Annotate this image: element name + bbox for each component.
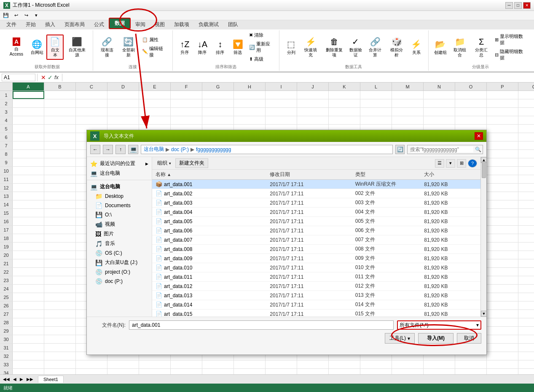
tab-review[interactable]: 审阅 [131,19,150,29]
cell-33-I[interactable] [266,360,297,368]
cell-8-P[interactable] [487,150,518,158]
cell-1-J[interactable] [297,91,329,99]
cell-6-A[interactable] [13,133,44,141]
cell-33-K[interactable] [329,360,360,368]
cell-4-C[interactable] [76,116,107,124]
cell-28-B[interactable] [44,318,76,326]
refresh-all-btn[interactable]: 🔄 全部刷新 [118,35,139,60]
cell-3-A[interactable] [13,108,44,116]
cell-2-A[interactable] [13,99,44,107]
tab-formula[interactable]: 公式 [89,19,109,29]
formula-input[interactable] [64,75,532,80]
cell-27-A[interactable] [13,310,44,318]
minimize-button[interactable]: ─ [505,2,513,9]
cell-18-A[interactable] [13,234,44,242]
file-row-1[interactable]: 📄art_data.0022017/1/7 17:11002 文件81,920 … [152,189,480,198]
cell-7-A[interactable] [13,141,44,149]
col-header-D[interactable]: D [107,83,139,91]
cell-6-P[interactable] [487,133,518,141]
view-list-btn[interactable]: ☰ [435,159,444,168]
cell-12-Q[interactable] [518,184,534,192]
nav-up-button[interactable]: ↑ [115,145,126,154]
cell-13-P[interactable] [487,192,518,200]
cell-21-B[interactable] [44,259,76,267]
edit-links-btn[interactable]: ✏️ 编辑链接 [140,45,169,59]
cell-12-B[interactable] [44,184,76,192]
cell-17-B[interactable] [44,226,76,234]
col-header-F[interactable]: F [171,83,202,91]
show-detail-btn[interactable]: ⊞ 显示明细数据 [493,32,529,47]
cell-27-Q[interactable] [518,310,534,318]
col-header-G[interactable]: G [202,83,234,91]
cell-31-P[interactable] [487,344,518,352]
cell-31-B[interactable] [44,344,76,352]
cell-3-B[interactable] [44,108,76,116]
cell-34-P[interactable] [487,369,518,374]
cell-29-B[interactable] [44,327,76,335]
cell-3-O[interactable] [455,108,487,116]
cell-25-B[interactable] [44,293,76,301]
nav-back-button[interactable]: ← [90,145,100,154]
sidebar-item-recent[interactable]: ⭐ 最近访问的位置 ▶ [87,159,152,168]
cell-16-Q[interactable] [518,217,534,225]
cell-34-B[interactable] [44,369,76,374]
cell-33-F[interactable] [171,360,202,368]
new-folder-button[interactable]: 新建文件夹 [175,158,208,168]
tab-team[interactable]: 团队 [223,19,243,29]
cell-34-A[interactable] [13,369,44,374]
cell-34-Q[interactable] [518,369,534,374]
cell-17-A[interactable] [13,226,44,234]
text-btn[interactable]: 📄 自文本 [46,35,64,60]
cell-26-P[interactable] [487,301,518,309]
cell-15-B[interactable] [44,209,76,217]
cell-34-J[interactable] [297,369,329,374]
cell-13-A[interactable] [13,192,44,200]
cell-8-B[interactable] [44,150,76,158]
cell-8-Q[interactable] [518,150,534,158]
split-btn[interactable]: ⬚ 分列 [283,35,300,60]
cell-1-K[interactable] [329,91,360,99]
tab-insert[interactable]: 插入 [40,19,60,29]
cell-28-P[interactable] [487,318,518,326]
col-header-J[interactable]: J [297,83,329,91]
cell-8-A[interactable] [13,150,44,158]
cell-11-A[interactable] [13,175,44,183]
cell-3-I[interactable] [266,108,297,116]
file-dialog[interactable]: X 导入文本文件 ✕ ← → ↑ 💻 这台电脑 ▶ doc (P:) ▶ fgg… [86,130,487,355]
cell-32-P[interactable] [487,352,518,360]
cell-2-F[interactable] [171,99,202,107]
cell-5-A[interactable] [13,125,44,133]
col-header-L[interactable]: L [360,83,392,91]
flash-fill-btn[interactable]: ⚡ 快速填充 [301,35,321,60]
file-row-2[interactable]: 📄art_data.0032017/1/7 17:11003 文件81,920 … [152,198,480,208]
sidebar-item-o2[interactable]: 💿 project (O:) [87,267,152,277]
cell-1-I[interactable] [266,91,297,99]
cell-34-M[interactable] [392,369,424,374]
col-date-header[interactable]: 修改日期 [268,171,353,178]
file-row-13[interactable]: 📄art_data.0142017/1/7 17:11014 文件81,920 … [152,300,480,309]
dialog-close-button[interactable]: ✕ [475,132,483,140]
organize-button[interactable]: 组织 ▾ [156,159,173,168]
cell-2-I[interactable] [266,99,297,107]
cell-32-A[interactable] [13,352,44,360]
file-row-3[interactable]: 📄art_data.0042017/1/7 17:11004 文件81,920 … [152,208,480,217]
col-header-K[interactable]: K [329,83,360,91]
sheet-scroll-next[interactable]: ▶ [19,377,24,381]
cell-2-O[interactable] [455,99,487,107]
cell-17-P[interactable] [487,226,518,234]
close-button[interactable]: ✕ [523,2,531,9]
cell-28-A[interactable] [13,318,44,326]
col-header-M[interactable]: M [392,83,424,91]
cell-34-H[interactable] [234,369,266,374]
cell-3-J[interactable] [297,108,329,116]
cell-1-A[interactable] [13,91,44,99]
cell-25-P[interactable] [487,293,518,301]
path-computer[interactable]: 这台电脑 [144,146,164,153]
cell-4-G[interactable] [202,116,234,124]
cell-16-A[interactable] [13,217,44,225]
cell-2-K[interactable] [329,99,360,107]
file-row-14[interactable]: 📄art_data.0152017/1/7 17:11015 文件81,920 … [152,309,480,317]
col-name-header[interactable]: 名称 ▲ [152,171,268,178]
cell-16-B[interactable] [44,217,76,225]
import-button[interactable]: 导入(M) [418,333,453,344]
